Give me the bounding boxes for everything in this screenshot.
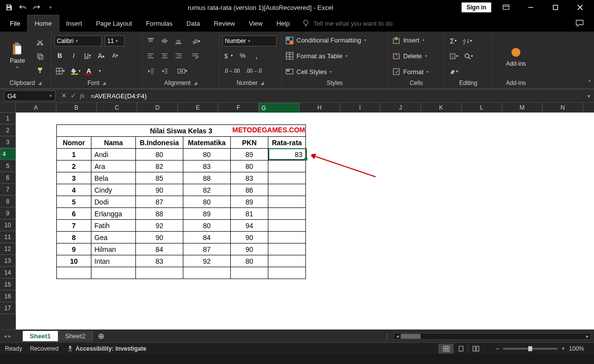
col-header-C[interactable]: C xyxy=(97,103,137,112)
ribbon-display-icon[interactable] xyxy=(496,0,516,15)
cell-nama[interactable]: Andi xyxy=(91,149,136,161)
merge-center-icon[interactable]: ▾ xyxy=(176,65,189,77)
increase-font-icon[interactable]: A▴ xyxy=(96,50,107,62)
cell-bindonesia[interactable]: 90 xyxy=(136,184,183,196)
col-header-K[interactable]: K xyxy=(421,103,462,112)
tab-view[interactable]: View xyxy=(242,15,269,32)
format-painter-icon[interactable] xyxy=(35,64,45,76)
col-header-I[interactable]: I xyxy=(340,103,381,112)
align-top-icon[interactable] xyxy=(145,35,156,47)
delete-button[interactable]: Delete▾ xyxy=(391,50,441,61)
conditional-formatting-button[interactable]: Conditional Formatting▾ xyxy=(285,35,385,46)
cell-matematika[interactable]: 92 xyxy=(183,255,231,267)
cell-nama[interactable]: Erlangga xyxy=(91,208,136,220)
cell-matematika[interactable]: 89 xyxy=(183,208,231,220)
cell-bindonesia[interactable]: 85 xyxy=(136,172,183,184)
row-header-17[interactable]: 17 xyxy=(0,302,16,314)
insert-button[interactable]: Insert▾ xyxy=(391,35,441,46)
addins-button[interactable]: Add-ins xyxy=(504,43,528,69)
row-header-11[interactable]: 11 xyxy=(0,231,16,243)
align-right-icon[interactable] xyxy=(173,50,184,62)
row-header-5[interactable]: 5 xyxy=(0,160,16,172)
align-bottom-icon[interactable] xyxy=(173,35,184,47)
col-header-L[interactable]: L xyxy=(462,103,502,112)
row-header-13[interactable]: 13 xyxy=(0,255,16,267)
fill-icon[interactable]: ▾ xyxy=(448,50,460,62)
tab-home[interactable]: Home xyxy=(27,15,59,32)
row-header-14[interactable]: 14 xyxy=(0,267,16,279)
font-size-select[interactable]: 11▾ xyxy=(105,36,125,46)
cell-bindonesia[interactable]: 88 xyxy=(136,208,183,220)
cancel-formula-icon[interactable]: ✕ xyxy=(61,92,67,100)
cell-matematika[interactable]: 84 xyxy=(183,232,231,243)
italic-button[interactable]: I xyxy=(68,50,79,62)
tab-formulas[interactable]: Formulas xyxy=(139,15,179,32)
increase-indent-icon[interactable] xyxy=(159,65,170,77)
col-header-H[interactable]: H xyxy=(299,103,340,112)
status-accessibility[interactable]: Accessibility: Investigate xyxy=(67,345,146,352)
tell-me-input[interactable] xyxy=(313,20,442,27)
cell-nomor[interactable]: 3 xyxy=(57,172,91,184)
cell-matematika[interactable]: 88 xyxy=(183,172,231,184)
font-dialog-icon[interactable]: ◢ xyxy=(102,81,106,85)
col-header-A[interactable]: A xyxy=(16,103,56,112)
sheet-nav[interactable]: ◂ ▸ ⋮ xyxy=(0,333,23,339)
row-header-2[interactable]: 2 xyxy=(0,124,16,136)
cell-nomor[interactable]: 9 xyxy=(57,243,91,255)
row-header-10[interactable]: 10 xyxy=(0,219,16,231)
cell-nomor[interactable]: 5 xyxy=(57,196,91,208)
sheet-tab-1[interactable]: Sheet1 xyxy=(23,331,58,341)
col-header-B[interactable]: B xyxy=(56,103,97,112)
col-header-N[interactable]: N xyxy=(543,103,583,112)
font-name-select[interactable]: Calibri▾ xyxy=(54,36,102,46)
cell-nama[interactable]: Hilman xyxy=(91,243,136,255)
borders-icon[interactable]: ▾ xyxy=(54,65,66,77)
underline-button[interactable]: U ▾ xyxy=(82,50,93,62)
format-as-table-button[interactable]: Format as Table▾ xyxy=(285,50,385,61)
cell-matematika[interactable]: 80 xyxy=(183,196,231,208)
cells-area[interactable]: Nilai Siswa Kelas 3 Nomor Nama B.Indones… xyxy=(16,113,594,329)
cell-rata[interactable] xyxy=(268,220,306,232)
cell-bindonesia[interactable]: 84 xyxy=(136,243,183,255)
cell-matematika[interactable]: 80 xyxy=(183,220,231,232)
format-button[interactable]: Format▾ xyxy=(391,66,441,77)
col-header-F[interactable]: F xyxy=(218,103,259,112)
decrease-decimal-icon[interactable]: .00→.0 xyxy=(244,65,263,77)
cell-rata[interactable] xyxy=(268,161,306,172)
row-header-8[interactable]: 8 xyxy=(0,196,16,207)
col-header-J[interactable]: J xyxy=(381,103,421,112)
cell-nomor[interactable]: 7 xyxy=(57,220,91,232)
cell-nama[interactable]: Dodi xyxy=(91,196,136,208)
cell-nomor[interactable]: 4 xyxy=(57,184,91,196)
select-all-corner[interactable] xyxy=(0,103,16,112)
expand-formula-bar-icon[interactable]: ▾ xyxy=(584,93,594,99)
cell-bindonesia[interactable]: 92 xyxy=(136,220,183,232)
cell-pkn[interactable]: 80 xyxy=(231,255,268,267)
increase-decimal-icon[interactable]: .0→.00 xyxy=(222,65,241,77)
comments-icon[interactable] xyxy=(568,15,591,32)
row-header-15[interactable]: 15 xyxy=(0,279,16,290)
cell-styles-button[interactable]: Cell Styles▾ xyxy=(285,66,385,77)
page-layout-view-icon[interactable] xyxy=(453,344,468,354)
col-header-G[interactable]: G xyxy=(259,103,299,114)
tab-help[interactable]: Help xyxy=(269,15,297,32)
cut-icon[interactable] xyxy=(35,37,45,48)
cell-bindonesia[interactable]: 90 xyxy=(136,232,183,243)
cell-nama[interactable]: Gea xyxy=(91,232,136,243)
row-header-9[interactable]: 9 xyxy=(0,207,16,219)
paste-button[interactable]: Paste ▾ xyxy=(5,40,29,72)
cell-matematika[interactable]: 87 xyxy=(183,243,231,255)
close-button[interactable] xyxy=(570,0,590,15)
align-left-icon[interactable] xyxy=(145,50,156,62)
cell-matematika[interactable]: 80 xyxy=(183,149,231,161)
cell-pkn[interactable]: 90 xyxy=(231,232,268,243)
save-icon[interactable] xyxy=(5,3,13,11)
insert-function-icon[interactable]: fx xyxy=(80,92,85,100)
page-break-view-icon[interactable] xyxy=(468,344,483,354)
wrap-text-icon[interactable] xyxy=(190,50,201,62)
cell-rata[interactable] xyxy=(268,184,306,196)
formula-input[interactable] xyxy=(87,92,584,100)
cell-pkn[interactable]: 81 xyxy=(231,208,268,220)
cell-matematika[interactable]: 82 xyxy=(183,184,231,196)
maximize-button[interactable] xyxy=(546,0,565,15)
